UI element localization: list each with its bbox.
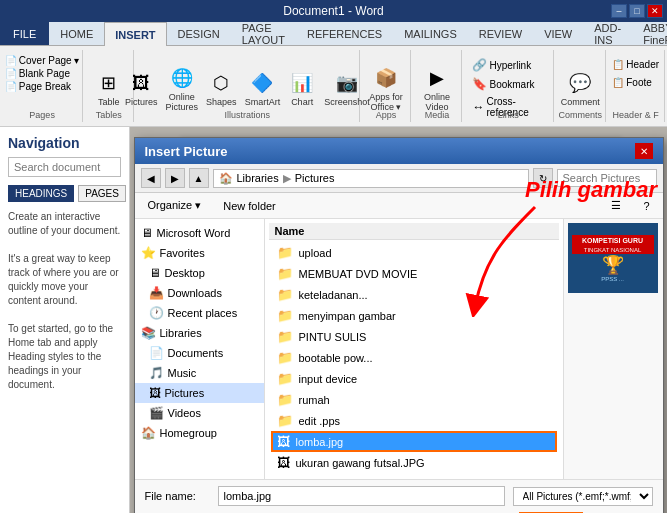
- tab-review[interactable]: REVIEW: [468, 22, 533, 45]
- file-item-keteladanan[interactable]: 📁 keteladanan...: [271, 284, 557, 305]
- ribbon-group-comments: 💬 Comment Comments: [555, 50, 606, 122]
- header-button[interactable]: 📋Header: [609, 56, 662, 73]
- tree-item-pictures[interactable]: 🖼 Pictures: [135, 383, 264, 403]
- ribbon-group-media: ▶ OnlineVideo Media: [412, 50, 462, 122]
- dialog-address-bar: ◀ ▶ ▲ 🏠 Libraries ▶ Pictures ↻: [135, 164, 663, 193]
- new-folder-button[interactable]: New folder: [216, 197, 283, 215]
- online-pictures-button[interactable]: 🌐 OnlinePictures: [163, 61, 202, 115]
- footer-button[interactable]: 📋Foote: [609, 74, 655, 91]
- nav-tab-pages[interactable]: PAGES: [78, 185, 126, 202]
- tree-item-recent-places[interactable]: 🕐 Recent places: [135, 303, 264, 323]
- tree-item-desktop[interactable]: 🖥 Desktop: [135, 263, 264, 283]
- file-item-pintu-sulis[interactable]: 📁 PINTU SULIS: [271, 326, 557, 347]
- tab-abbyy[interactable]: ABBYY FineR: [632, 22, 667, 45]
- address-path[interactable]: 🏠 Libraries ▶ Pictures: [213, 169, 529, 188]
- minimize-button[interactable]: –: [611, 4, 627, 18]
- help-button[interactable]: ?: [636, 197, 656, 215]
- tree-item-homegroup[interactable]: 🏠 Homegroup: [135, 423, 264, 443]
- folder-icon: 📁: [277, 266, 293, 281]
- links-group-label: Links: [498, 110, 519, 120]
- tab-addins[interactable]: ADD-INS: [583, 22, 632, 45]
- organize-label: Organize ▾: [148, 199, 202, 212]
- search-pictures-input[interactable]: [557, 169, 657, 187]
- tree-item-music[interactable]: 🎵 Music: [135, 363, 264, 383]
- file-item-rumah[interactable]: 📁 rumah: [271, 389, 557, 410]
- file-item-gawang-futsal[interactable]: 🖼 ukuran gawang futsal.JPG: [271, 452, 557, 473]
- folder-icon: 📁: [277, 245, 293, 260]
- apps-for-office-button[interactable]: 📦 Apps forOffice ▾: [366, 61, 406, 115]
- ribbon-group-pages: 📄Cover Page ▾ 📄Blank Page 📄Page Break Pa…: [2, 50, 83, 122]
- file-items: 📁 upload 📁 MEMBUAT DVD MOVIE 📁 keteladan…: [269, 240, 559, 475]
- filename-input[interactable]: [218, 486, 505, 506]
- pictures-icon: 🖼: [127, 69, 155, 97]
- tree-item-libraries[interactable]: 📚 Libraries: [135, 323, 264, 343]
- tab-file[interactable]: FILE: [0, 22, 49, 45]
- page-break-button[interactable]: 📄Page Break: [2, 80, 74, 93]
- view-toggle-button[interactable]: ☰: [604, 196, 628, 215]
- search-input[interactable]: [8, 157, 121, 177]
- blank-page-button[interactable]: 📄Blank Page: [2, 67, 73, 80]
- smartart-button[interactable]: 🔷 SmartArt: [242, 66, 284, 110]
- ribbon-group-header-footer: 📋Header 📋Foote Header & F: [607, 50, 665, 122]
- tab-home[interactable]: HOME: [49, 22, 104, 45]
- folder-icon: 📁: [277, 308, 293, 323]
- cover-page-button[interactable]: 📄Cover Page ▾: [2, 54, 83, 67]
- tab-view[interactable]: VIEW: [533, 22, 583, 45]
- file-item-dvd-movie[interactable]: 📁 MEMBUAT DVD MOVIE: [271, 263, 557, 284]
- up-button[interactable]: ▲: [189, 168, 209, 188]
- file-item-menyimpan[interactable]: 📁 menyimpan gambar: [271, 305, 557, 326]
- forward-button[interactable]: ▶: [165, 168, 185, 188]
- tab-page-layout[interactable]: PAGE LAYOUT: [231, 22, 296, 45]
- hyperlink-button[interactable]: 🔗Hyperlink: [469, 56, 547, 74]
- dialog-toolbar: Organize ▾ New folder ☰ ?: [135, 193, 663, 219]
- dialog-title-bar: Insert Picture ✕: [135, 138, 663, 164]
- chart-button[interactable]: 📊 Chart: [285, 66, 319, 110]
- tables-group-label: Tables: [96, 110, 122, 120]
- chart-icon: 📊: [288, 69, 316, 97]
- ribbon-group-illustrations: 🖼 Pictures 🌐 OnlinePictures ⬡ Shapes 🔷 S…: [135, 50, 360, 122]
- title-bar-controls[interactable]: – □ ✕: [611, 4, 663, 18]
- pages-group-label: Pages: [29, 110, 55, 120]
- pictures-button[interactable]: 🖼 Pictures: [122, 66, 161, 110]
- ribbon-group-links: 🔗Hyperlink 🔖Bookmark ↔Cross-reference Li…: [463, 50, 554, 122]
- path-part2[interactable]: Pictures: [295, 172, 335, 184]
- tab-mailings[interactable]: MAILINGS: [393, 22, 468, 45]
- file-item-edit-pps[interactable]: 📁 edit .pps: [271, 410, 557, 431]
- tab-insert[interactable]: INSERT: [104, 22, 166, 46]
- file-item-upload[interactable]: 📁 upload: [271, 242, 557, 263]
- bookmark-button[interactable]: 🔖Bookmark: [469, 75, 547, 93]
- file-item-bootable[interactable]: 📁 bootable pow...: [271, 347, 557, 368]
- maximize-button[interactable]: □: [629, 4, 645, 18]
- ribbon-content: 📄Cover Page ▾ 📄Blank Page 📄Page Break Pa…: [0, 46, 667, 126]
- dialog-close-button[interactable]: ✕: [635, 143, 653, 159]
- folder-icon: 📁: [277, 350, 293, 365]
- folder-tree: 🖥 Microsoft Word ⭐ Favorites 🖥 Desktop: [135, 219, 265, 479]
- tree-item-videos[interactable]: 🎬 Videos: [135, 403, 264, 423]
- file-item-lomba-jpg[interactable]: 🖼 lomba.jpg: [271, 431, 557, 452]
- shapes-button[interactable]: ⬡ Shapes: [203, 66, 240, 110]
- tree-item-documents[interactable]: 📄 Documents: [135, 343, 264, 363]
- image-icon: 🖼: [277, 434, 290, 449]
- online-pictures-icon: 🌐: [168, 64, 196, 92]
- nav-tab-headings[interactable]: HEADINGS: [8, 185, 74, 202]
- path-part1[interactable]: Libraries: [237, 172, 279, 184]
- tree-item-downloads[interactable]: 📥 Downloads: [135, 283, 264, 303]
- online-video-button[interactable]: ▶ OnlineVideo: [420, 61, 454, 115]
- tree-item-microsoft-word[interactable]: 🖥 Microsoft Word: [135, 223, 264, 243]
- screenshot-icon: 📷: [333, 69, 361, 97]
- ribbon-tabs: FILE HOME INSERT DESIGN PAGE LAYOUT REFE…: [0, 22, 667, 46]
- filetype-select[interactable]: All Pictures (*.emf;*.wmf;*.jpg;*: [513, 487, 653, 506]
- table-button[interactable]: ⊞ Table: [92, 66, 126, 110]
- nav-title: Navigation: [8, 135, 121, 151]
- tab-references[interactable]: REFERENCES: [296, 22, 393, 45]
- back-button[interactable]: ◀: [141, 168, 161, 188]
- tab-design[interactable]: DESIGN: [167, 22, 231, 45]
- file-list: Name 📁 upload 📁 MEMBUAT DVD MOVIE: [265, 219, 563, 479]
- organize-button[interactable]: Organize ▾: [141, 196, 209, 215]
- ribbon-group-apps: 📦 Apps forOffice ▾ Apps: [361, 50, 411, 122]
- refresh-button[interactable]: ↻: [533, 168, 553, 188]
- file-item-input-device[interactable]: 📁 input device: [271, 368, 557, 389]
- tree-item-favorites[interactable]: ⭐ Favorites: [135, 243, 264, 263]
- close-button[interactable]: ✕: [647, 4, 663, 18]
- comment-button[interactable]: 💬 Comment: [558, 66, 603, 110]
